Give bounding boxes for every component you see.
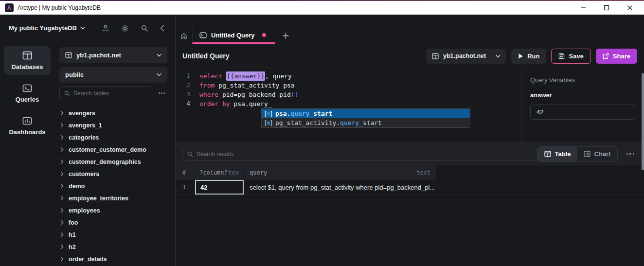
home-icon bbox=[180, 33, 187, 39]
play-icon bbox=[518, 53, 523, 59]
search-icon[interactable] bbox=[141, 24, 148, 32]
results-toolbar: Table Chart bbox=[176, 142, 644, 165]
query-variables-title: Query Variables bbox=[530, 76, 635, 84]
main-region: Untitled Query Untitled Query yb1.pachot… bbox=[176, 15, 644, 266]
collapse-sidebar-icon[interactable] bbox=[160, 25, 164, 32]
server-select-value: yb1.pachot.net bbox=[76, 52, 121, 59]
tables-more-button[interactable] bbox=[156, 92, 167, 94]
table-list-item[interactable]: employees bbox=[59, 204, 167, 216]
table-list-item[interactable]: categories bbox=[59, 131, 167, 143]
table-list-item[interactable]: avengers_1 bbox=[59, 119, 167, 131]
results-table: # ?column? tex query text 1 42 select $1… bbox=[176, 165, 644, 195]
code-line: 1select {{answer}}, query bbox=[176, 71, 521, 81]
tab-home[interactable] bbox=[176, 28, 192, 44]
sidebar-item-queries[interactable]: Queries bbox=[4, 79, 51, 107]
databases-icon bbox=[22, 51, 32, 60]
view-toggle: Table Chart bbox=[537, 146, 618, 162]
table-list-item[interactable]: h1 bbox=[59, 229, 167, 241]
new-tab-button[interactable] bbox=[275, 28, 297, 44]
column-type: text bbox=[416, 169, 430, 176]
table-list-item[interactable]: customers bbox=[59, 168, 167, 180]
column-header-index[interactable]: # bbox=[176, 165, 195, 180]
cell[interactable]: select $1, query from pg_stat_activity w… bbox=[244, 180, 437, 195]
search-tables-input[interactable] bbox=[59, 86, 153, 100]
minimize-button[interactable] bbox=[580, 4, 587, 11]
save-icon bbox=[558, 53, 565, 59]
chevron-right-icon bbox=[60, 195, 64, 201]
code-line: 4order by psa.query_ bbox=[176, 99, 521, 108]
query-variables-panel: Query Variables answer bbox=[521, 68, 644, 142]
share-label: Share bbox=[613, 53, 630, 60]
code-line: 3where pid=pg_backend_pid() bbox=[176, 90, 521, 99]
sidebar-item-dashboards[interactable]: Dashboards bbox=[4, 112, 51, 140]
variable-value-input[interactable] bbox=[530, 105, 635, 120]
terminal-icon bbox=[199, 32, 207, 38]
close-button[interactable] bbox=[626, 4, 633, 11]
table-grid-icon bbox=[432, 53, 439, 59]
save-button[interactable]: Save bbox=[551, 49, 590, 64]
column-icon bbox=[265, 120, 272, 126]
editor-workspace: 1select {{answer}}, query 2from pg_stat_… bbox=[176, 68, 644, 142]
share-button[interactable]: Share bbox=[596, 49, 637, 64]
bar-chart-icon bbox=[22, 117, 32, 125]
tab-label: Untitled Query bbox=[211, 32, 255, 39]
search-icon bbox=[64, 90, 70, 96]
table-list-item[interactable]: employee_territories bbox=[59, 192, 167, 204]
query-header: Untitled Query yb1.pachot.net Run Save bbox=[176, 44, 644, 68]
settings-gear-icon[interactable] bbox=[121, 24, 129, 32]
chevron-right-icon bbox=[60, 147, 64, 152]
table-list-item[interactable]: order_details bbox=[59, 253, 167, 265]
scrollbar-thumb[interactable] bbox=[642, 73, 644, 170]
table-list-item[interactable]: foo bbox=[59, 216, 167, 229]
column-header[interactable]: ?column? tex bbox=[195, 165, 244, 180]
chevron-down-icon bbox=[80, 26, 85, 30]
query-variable-chip[interactable]: {{answer}} bbox=[226, 71, 265, 81]
chevron-down-icon bbox=[157, 73, 161, 76]
nav-rail: Databases Queries Dashboards bbox=[0, 41, 54, 266]
autocomplete-popup: psa.query_start pg_stat_activity.query_s… bbox=[261, 108, 470, 128]
search-results-input[interactable] bbox=[182, 147, 537, 161]
chevron-down-icon bbox=[157, 53, 161, 57]
unsaved-dot bbox=[262, 33, 266, 37]
chevron-right-icon bbox=[60, 159, 64, 164]
results-more-button[interactable] bbox=[624, 153, 638, 155]
tab-untitled-query[interactable]: Untitled Query bbox=[192, 28, 275, 44]
user-icon[interactable] bbox=[102, 24, 109, 32]
sidebar-item-databases[interactable]: Databases bbox=[4, 46, 51, 75]
row-index[interactable]: 1 bbox=[176, 180, 195, 195]
autocomplete-item-selected[interactable]: psa.query_start bbox=[262, 109, 470, 118]
external-link-icon bbox=[603, 53, 609, 59]
chart-view-button[interactable]: Chart bbox=[577, 147, 617, 161]
table-view-button[interactable]: Table bbox=[538, 147, 577, 161]
schema-select[interactable]: public bbox=[59, 67, 167, 83]
autocomplete-item[interactable]: pg_stat_activity.query_start bbox=[262, 118, 470, 127]
variable-name: answer bbox=[530, 91, 635, 99]
table-list-item[interactable]: customer_customer_demo bbox=[59, 143, 167, 156]
chevron-down-icon bbox=[496, 54, 501, 58]
maximize-button[interactable] bbox=[603, 4, 610, 11]
table-list-item[interactable]: avengers bbox=[59, 107, 167, 119]
table-browser: yb1.pachot.net public bbox=[54, 41, 175, 266]
column-header[interactable]: query text bbox=[244, 165, 437, 180]
chevron-right-icon bbox=[60, 123, 64, 128]
tab-bar: Untitled Query bbox=[176, 28, 644, 44]
chevron-right-icon bbox=[60, 232, 64, 237]
selected-cell[interactable]: 42 bbox=[195, 180, 244, 195]
chevron-right-icon bbox=[60, 110, 64, 116]
workspace-switcher[interactable]: My public YugabyteDB bbox=[0, 15, 175, 41]
table-list: avengers avengers_1 categories customer_… bbox=[59, 107, 167, 265]
chevron-right-icon bbox=[60, 244, 64, 249]
table-list-item[interactable]: customer_demographics bbox=[59, 156, 167, 168]
query-server-select[interactable]: yb1.pachot.net bbox=[426, 49, 506, 64]
server-select[interactable]: yb1.pachot.net bbox=[59, 47, 167, 63]
sql-editor[interactable]: 1select {{answer}}, query 2from pg_stat_… bbox=[176, 68, 521, 142]
chevron-right-icon bbox=[60, 256, 64, 262]
table-list-item[interactable]: h2 bbox=[59, 241, 167, 253]
table-grid-icon bbox=[65, 52, 72, 58]
app-shell: My public YugabyteDB bbox=[0, 15, 644, 266]
query-server-value: yb1.pachot.net bbox=[443, 53, 486, 59]
window-title: Arctype | My public YugabyteDB bbox=[18, 4, 101, 11]
run-button[interactable]: Run bbox=[511, 49, 546, 64]
table-list-item[interactable]: demo bbox=[59, 180, 167, 192]
search-icon bbox=[187, 151, 193, 157]
